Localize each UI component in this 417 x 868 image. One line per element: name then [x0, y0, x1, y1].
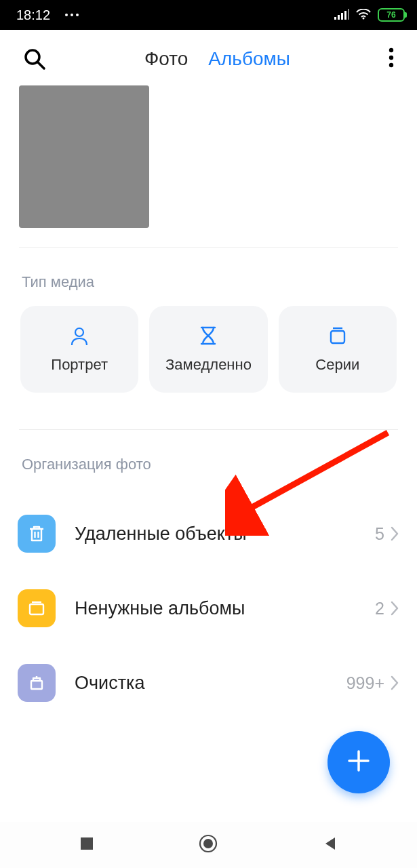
svg-point-11 — [75, 328, 83, 336]
media-type-label: Портрет — [51, 356, 108, 374]
svg-point-5 — [363, 17, 365, 19]
status-notification-dots-icon — [65, 14, 79, 16]
folder-icon — [18, 589, 56, 627]
svg-rect-4 — [348, 9, 349, 20]
nav-recents-icon[interactable] — [79, 835, 95, 854]
status-bar: 18:12 76 — [0, 0, 417, 30]
divider — [19, 429, 398, 430]
burst-icon — [327, 325, 349, 347]
svg-rect-0 — [334, 17, 336, 20]
media-type-label: Замедленно — [165, 356, 252, 374]
media-type-burst[interactable]: Серии — [279, 306, 397, 393]
svg-rect-16 — [30, 604, 43, 614]
app-bar: Фото Альбомы — [0, 33, 417, 85]
media-type-portrait[interactable]: Портрет — [20, 306, 138, 393]
nav-home-icon[interactable] — [198, 833, 218, 856]
search-icon[interactable] — [23, 47, 46, 71]
media-type-slowmo[interactable]: Замедленно — [149, 306, 267, 393]
chevron-right-icon — [390, 526, 399, 542]
trash-icon — [18, 515, 56, 553]
tab-photos[interactable]: Фото — [144, 48, 188, 70]
svg-rect-18 — [31, 681, 42, 689]
album-thumbnail[interactable] — [19, 85, 149, 228]
org-item-count: 5 — [375, 524, 384, 544]
wifi-icon — [356, 7, 371, 23]
hourglass-icon — [197, 325, 219, 347]
svg-line-7 — [38, 62, 44, 68]
chevron-right-icon — [390, 675, 399, 691]
battery-icon: 76 — [378, 8, 405, 22]
tabs: Фото Альбомы — [46, 48, 389, 70]
add-album-fab[interactable] — [327, 731, 390, 793]
org-item-count: 999+ — [346, 673, 384, 693]
org-item-cleanup[interactable]: Очистка 999+ — [18, 646, 399, 720]
org-item-deleted[interactable]: Удаленные объекты 5 — [18, 496, 399, 571]
org-item-unneeded-albums[interactable]: Ненужные альбомы 2 — [18, 571, 399, 646]
tab-albums[interactable]: Альбомы — [208, 48, 290, 70]
system-nav-bar — [0, 822, 417, 868]
svg-rect-1 — [338, 15, 340, 20]
svg-point-8 — [389, 48, 393, 52]
svg-rect-14 — [331, 331, 344, 343]
blurred-image-placeholder — [19, 85, 149, 228]
org-item-label: Ненужные альбомы — [75, 598, 375, 619]
status-time: 18:12 — [16, 7, 50, 23]
svg-rect-22 — [81, 837, 93, 850]
more-options-icon[interactable] — [389, 47, 394, 71]
svg-point-10 — [389, 63, 393, 67]
media-type-label: Серии — [315, 356, 359, 374]
svg-point-9 — [389, 56, 393, 60]
plus-icon — [345, 747, 372, 777]
divider — [19, 247, 398, 248]
section-header-media-type: Тип медиа — [0, 267, 417, 306]
svg-point-24 — [203, 839, 213, 848]
signal-icon — [334, 7, 349, 23]
chevron-right-icon — [390, 600, 399, 616]
cleanup-icon — [18, 664, 56, 702]
org-item-label: Удаленные объекты — [75, 524, 375, 545]
org-item-count: 2 — [375, 599, 384, 618]
battery-percent: 76 — [378, 8, 405, 22]
svg-rect-3 — [344, 11, 346, 20]
portrait-icon — [68, 325, 90, 347]
section-header-organization: Организация фото — [0, 449, 417, 488]
svg-rect-2 — [341, 13, 343, 20]
org-item-label: Очистка — [75, 673, 346, 694]
nav-back-icon[interactable] — [322, 835, 338, 854]
